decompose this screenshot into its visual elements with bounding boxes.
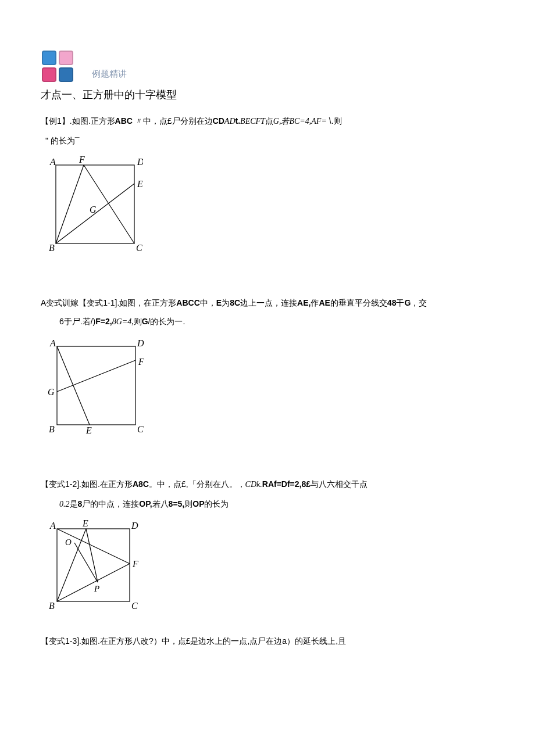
text: 【变式1-2].如图.在正方形 (41, 479, 133, 489)
text-bold: RAf=Df=2,8£ (262, 479, 311, 489)
problem-text: 6于尸.若/)F=2,8G=4,则G/的长为一. (41, 313, 494, 331)
text-bold: t. (236, 116, 241, 126)
svg-text:P: P (94, 584, 99, 593)
problem-variant-1-3: 【变式1-3].如图.在正方形八改?）中，点£是边水上的一点,点尸在边a）的延长… (41, 632, 494, 650)
svg-text:C: C (136, 243, 142, 253)
text: A变式训嫁【变式1-1].如图，在正方形 (41, 298, 176, 307)
svg-text:B: B (49, 601, 55, 611)
svg-text:A: A (49, 338, 56, 348)
problem-variant-1-1: A变式训嫁【变式1-1].如图，在正方形ABCC中，E为8C边上一点，连接AE,… (41, 294, 494, 435)
icon-quadrant (42, 51, 56, 65)
svg-line-26 (74, 543, 98, 582)
text: 点 (265, 116, 273, 126)
text-italic: 若 (281, 117, 289, 126)
svg-text:F: F (132, 559, 138, 569)
text: 则 (134, 317, 142, 326)
svg-text:G: G (90, 205, 97, 214)
svg-line-12 (57, 346, 90, 425)
text-bold: AE (319, 298, 330, 307)
problem-variant-1-2: 【变式1-2].如图.在正方形A8C。中，点£,「分别在八。，CDk.RAf=D… (41, 475, 494, 611)
text-bold: G (142, 317, 148, 326)
svg-text:E: E (85, 425, 92, 435)
problem-text: 【例1】.如图.正方形ABC 〃中，点£尸分别在边CDADt.BECFT点G,若… (41, 112, 494, 131)
svg-text:B: B (49, 424, 55, 434)
header-row: 例题精讲 (41, 49, 494, 83)
text-bold: 8=5, (169, 499, 185, 508)
text: 干 (396, 298, 404, 307)
svg-rect-11 (57, 346, 135, 425)
problem-text: 【变式1-2].如图.在正方形A8C。中，点£,「分别在八。，CDk.RAf=D… (41, 475, 494, 494)
svg-text:E: E (137, 179, 143, 189)
svg-text:C: C (131, 601, 138, 611)
text: 与八六相交干点 (311, 479, 368, 489)
svg-text:E: E (82, 518, 88, 528)
svg-text:D: D (131, 521, 138, 531)
text-italic: 8G=4, (112, 317, 134, 326)
svg-text:B: B (49, 243, 55, 253)
text: 中， (200, 298, 216, 307)
text: 。中，点£,「分别在八。， (149, 479, 245, 489)
geometry-figure-2: A D F G B E C (44, 336, 494, 435)
text: 是 (70, 499, 78, 508)
svg-text:F: F (138, 357, 144, 367)
problem-text: 0.2是8尸的中点，连接OP,若八8=5,则OP的长为 (41, 495, 494, 514)
problem-text: " 的长为¯ (41, 132, 494, 150)
text-italic: BC=4,AF= (289, 117, 326, 126)
text: 的长为 (204, 499, 229, 508)
text: 的垂直平分线交 (330, 298, 387, 307)
text: 若八 (152, 499, 169, 508)
topic-title: 才点一、正方册中的十字模型 (41, 88, 494, 102)
problem-text: A变式训嫁【变式1-1].如图，在正方形ABCC中，E为8C边上一点，连接AE,… (41, 294, 494, 312)
icon-quadrant (59, 51, 73, 65)
svg-text:A: A (49, 521, 56, 531)
text-bold: F=2, (95, 317, 112, 326)
svg-text:F: F (79, 155, 85, 164)
svg-line-25 (86, 529, 98, 582)
text: 【例1】.如图.正方形 (41, 116, 115, 126)
icon-quadrant (42, 67, 56, 82)
text: 6于尸.若/) (59, 317, 95, 326)
svg-text:C: C (137, 424, 144, 434)
text-bold: AE, (297, 298, 311, 307)
problem-text: 【变式1-3].如图.在正方形八改?）中，点£是边水上的一点,点尸在边a）的延长… (41, 632, 494, 650)
text: 则 (184, 499, 192, 508)
text-italic: 0.2 (59, 500, 70, 508)
text-bold: 48 (387, 298, 397, 307)
geometry-figure-1: A F D E G B C (44, 155, 494, 253)
text: ，交 (411, 298, 427, 307)
text-bold: OP (192, 499, 204, 508)
app-style-icon (41, 49, 74, 83)
svg-line-2 (56, 165, 84, 243)
text: 作 (311, 298, 319, 307)
text-bold: G (404, 298, 411, 307)
text: /的长为一. (148, 317, 186, 326)
text-bold: E (216, 298, 222, 307)
text-italic: BECFT (240, 117, 265, 126)
svg-line-24 (57, 564, 130, 601)
svg-text:D: D (137, 157, 143, 167)
svg-text:G: G (48, 387, 55, 397)
text-bold: ABC (115, 116, 133, 126)
problem-example-1: 【例1】.如图.正方形ABC 〃中，点£尸分别在边CDADt.BECFT点G,若… (41, 112, 494, 253)
svg-text:D: D (137, 338, 144, 348)
svg-text:A: A (49, 157, 56, 167)
text-italic: G, (273, 117, 281, 126)
text: 边上一点，连接 (240, 298, 297, 307)
text: \.则 (329, 116, 342, 126)
svg-line-13 (57, 360, 135, 392)
text-bold: CD (213, 116, 224, 126)
svg-line-23 (57, 529, 86, 601)
icon-quadrant (59, 67, 73, 82)
svg-text:O: O (65, 538, 72, 547)
text-bold: OP, (139, 499, 152, 508)
geometry-figure-3: A E D O F P B C (44, 518, 494, 611)
text: 尸的中点，连接 (82, 499, 139, 508)
text-italic: CDk. (245, 480, 262, 489)
text-italic: AD (224, 117, 236, 126)
text: 〃中，点£尸分别在边 (135, 116, 213, 126)
text-bold: ABCC (176, 298, 199, 307)
text-bold: A8C (133, 479, 149, 489)
text: 为 (222, 298, 230, 307)
text-bold: 8C (230, 298, 240, 307)
section-subtitle: 例题精讲 (92, 69, 127, 83)
